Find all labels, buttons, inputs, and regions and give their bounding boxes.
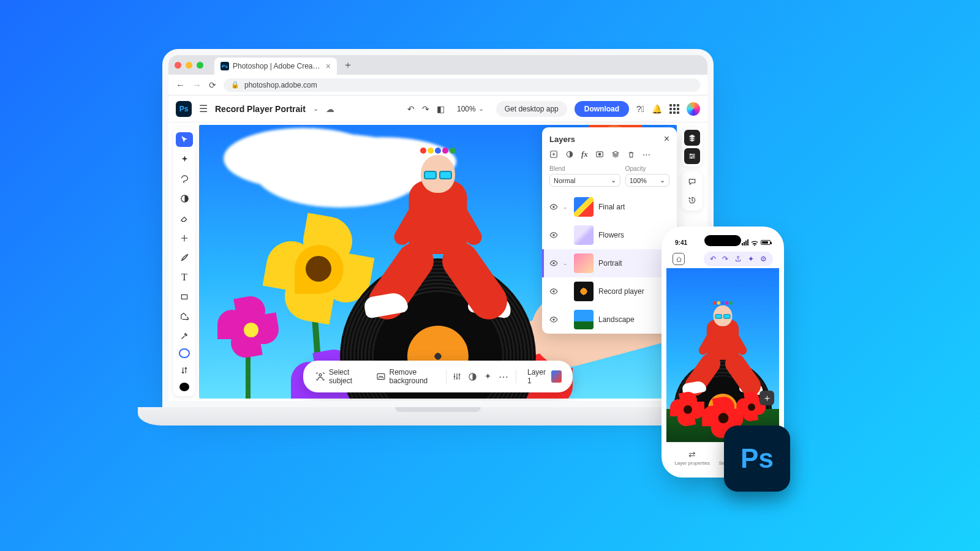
cursor-icon	[180, 135, 189, 144]
ctx-more-icon[interactable]: ⋯	[499, 371, 510, 383]
layer-row[interactable]: ⌄Portrait	[542, 249, 677, 277]
layer-name: Flowers	[598, 231, 624, 239]
tool-shape[interactable]	[179, 348, 190, 358]
remove-bg-icon	[376, 372, 386, 381]
tool-arrange[interactable]	[176, 363, 193, 378]
phone-redo-icon[interactable]: ↷	[722, 255, 728, 263]
phone-sparkle-icon[interactable]: ✦	[748, 255, 754, 263]
browser-tab[interactable]: Ps Photoshop | Adobe Creative C ×	[214, 58, 337, 75]
phone-share-icon[interactable]	[734, 255, 742, 263]
tool-eraser[interactable]	[176, 211, 193, 225]
phone-settings-icon[interactable]: ⚙	[760, 255, 767, 263]
cloud-sync-icon[interactable]: ☁	[326, 104, 334, 114]
layers-panel-toggle[interactable]	[684, 130, 700, 146]
remove-background-button[interactable]: Remove background	[370, 365, 440, 388]
group-layers-icon[interactable]	[611, 150, 620, 159]
get-desktop-button[interactable]: Get desktop app	[496, 101, 567, 117]
layer-row[interactable]: Flowers	[542, 221, 677, 249]
mask-icon[interactable]	[595, 150, 604, 159]
rail-group-panels	[682, 127, 703, 167]
nav-back-icon[interactable]: ←	[176, 80, 185, 90]
tool-eyedropper[interactable]	[176, 329, 193, 343]
layer-visibility-icon[interactable]	[549, 203, 558, 211]
tool-crop[interactable]	[176, 290, 193, 304]
app-switcher-icon[interactable]	[669, 104, 679, 114]
hamburger-menu-icon[interactable]: ☰	[199, 103, 208, 114]
notifications-icon[interactable]: 🔔	[652, 104, 662, 114]
status-time: 9:41	[675, 239, 687, 246]
eraser-icon	[180, 214, 189, 223]
layer-list: ⌄Final artFlowers⌄PortraitRecord playerL…	[542, 193, 677, 334]
new-tab-button[interactable]: ＋	[343, 59, 353, 72]
document-title[interactable]: Record Player Portrait	[215, 104, 306, 114]
nav-forward-icon[interactable]: →	[192, 80, 202, 90]
ps-badge-text: Ps	[741, 443, 774, 474]
history-toggle[interactable]	[684, 192, 700, 208]
ctx-effects-icon[interactable]	[483, 372, 492, 381]
layer-visibility-icon[interactable]	[549, 231, 558, 239]
tool-lasso[interactable]	[176, 171, 193, 186]
add-layer-icon[interactable]	[549, 150, 558, 159]
comments-toggle[interactable]	[684, 174, 700, 190]
url-field[interactable]: 🔒 photoshop.adobe.com	[224, 78, 700, 92]
tool-adjust[interactable]	[176, 191, 193, 206]
fullscreen-window-icon[interactable]	[197, 62, 203, 69]
crop-icon	[180, 293, 189, 301]
tool-generative[interactable]	[176, 152, 193, 167]
user-avatar[interactable]	[687, 102, 700, 116]
download-button[interactable]: Download	[575, 101, 629, 117]
active-layer-chip[interactable]: Layer 1	[522, 365, 567, 388]
panel-layout-icon[interactable]: ◧	[437, 104, 445, 114]
separator	[516, 370, 516, 383]
layer-expand-icon[interactable]: ⌄	[563, 204, 569, 210]
phone-flower	[670, 392, 706, 427]
tool-place-image[interactable]	[176, 309, 193, 324]
laptop-base	[138, 407, 738, 425]
redo-icon[interactable]: ↷	[422, 104, 429, 114]
layer-fx-icon[interactable]: fx	[581, 149, 588, 159]
close-tab-icon[interactable]: ×	[326, 62, 331, 70]
minimize-window-icon[interactable]	[186, 62, 192, 69]
tool-spot-heal[interactable]	[176, 230, 193, 245]
svg-point-9	[552, 206, 555, 208]
svg-point-8	[598, 153, 601, 156]
phone-canvas[interactable]: ＋	[666, 268, 779, 442]
adjustment-layer-icon[interactable]	[565, 150, 574, 159]
ctx-adjust-icon[interactable]	[452, 372, 462, 381]
layers-panel[interactable]: Layers × fx ⋯ Blend Normal	[542, 127, 677, 334]
opacity-select[interactable]: 100% ⌄	[625, 174, 669, 187]
layer-row[interactable]: Record player	[542, 277, 677, 305]
doc-chevron-icon[interactable]: ⌄	[313, 105, 318, 113]
photoshop-logo-icon[interactable]: Ps	[176, 101, 192, 117]
nav-reload-icon[interactable]: ⟳	[209, 80, 216, 90]
layer-row[interactable]: ⌄Final art	[542, 193, 677, 221]
undo-icon[interactable]: ↶	[407, 104, 415, 114]
phone-undo-icon[interactable]: ↶	[710, 255, 716, 263]
properties-panel-toggle[interactable]	[684, 148, 700, 164]
help-icon[interactable]: ?⃝	[636, 104, 644, 114]
close-window-icon[interactable]	[175, 62, 181, 69]
select-subject-button[interactable]: Select subject	[309, 365, 364, 388]
layer-visibility-icon[interactable]	[549, 315, 558, 324]
layer-expand-icon[interactable]: ⌄	[563, 260, 569, 266]
layer-visibility-icon[interactable]	[549, 259, 558, 268]
tool-text[interactable]: T	[176, 270, 193, 285]
phone-home-icon[interactable]	[673, 253, 685, 265]
tool-move[interactable]	[176, 132, 193, 147]
tool-brush[interactable]	[176, 250, 193, 265]
comment-icon	[688, 178, 696, 186]
delete-layer-icon[interactable]	[627, 151, 635, 159]
tool-foreground-color[interactable]	[179, 383, 189, 391]
zoom-control[interactable]: 100% ⌄	[452, 102, 489, 116]
window-traffic-lights[interactable]	[175, 62, 203, 69]
ctx-contrast-icon[interactable]	[468, 372, 477, 381]
layer-visibility-icon[interactable]	[549, 287, 558, 296]
layer-chip-thumb	[551, 370, 562, 383]
phone-tab-layer-properties[interactable]: ⇄Layer properties	[674, 449, 710, 466]
blend-mode-select[interactable]: Normal ⌄	[549, 174, 620, 187]
more-layers-icon[interactable]: ⋯	[643, 150, 652, 159]
tab-title: Photoshop | Adobe Creative C	[233, 62, 322, 70]
layer-row[interactable]: Landscape	[542, 305, 677, 334]
close-panel-icon[interactable]: ×	[664, 133, 669, 144]
phone-add-button[interactable]: ＋	[760, 391, 774, 405]
